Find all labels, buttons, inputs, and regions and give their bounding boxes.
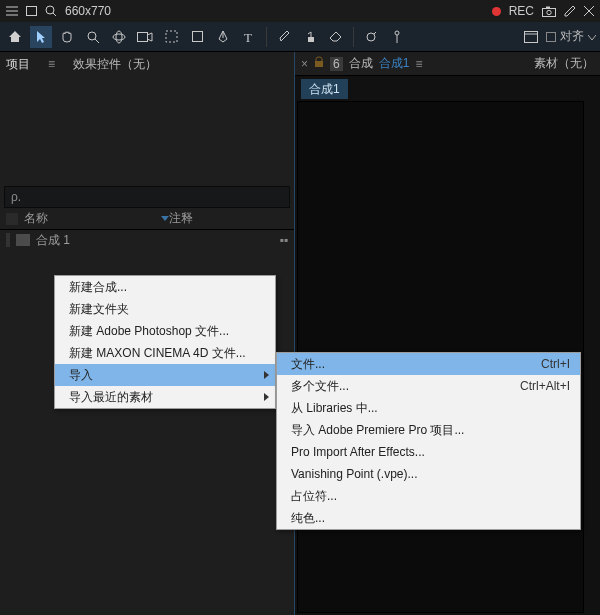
pen-tool-icon[interactable] xyxy=(212,26,234,48)
menu-import-file[interactable]: 文件...Ctrl+I xyxy=(277,353,580,375)
menu-vanishing-point[interactable]: Vanishing Point (.vpe)... xyxy=(277,463,580,485)
chevron-down-icon[interactable] xyxy=(588,30,596,44)
roto-brush-icon[interactable] xyxy=(360,26,382,48)
close-icon[interactable] xyxy=(584,6,594,16)
svg-point-13 xyxy=(113,34,125,40)
svg-point-14 xyxy=(116,31,122,43)
col-notes[interactable]: 注释 xyxy=(169,210,288,227)
svg-rect-16 xyxy=(166,31,177,42)
col-name[interactable]: 名称 xyxy=(24,210,48,227)
hand-tool-icon[interactable] xyxy=(56,26,78,48)
marquee-tool-icon[interactable] xyxy=(160,26,182,48)
svg-rect-17 xyxy=(192,32,202,42)
effect-controls-tab[interactable]: 效果控件（无） xyxy=(73,56,157,73)
puppet-pin-icon[interactable] xyxy=(386,26,408,48)
context-menu: 新建合成... 新建文件夹 新建 Adobe Photoshop 文件... 新… xyxy=(54,275,276,409)
svg-rect-8 xyxy=(546,6,550,8)
shape-tool-icon[interactable] xyxy=(186,26,208,48)
camera-tool-icon[interactable] xyxy=(134,26,156,48)
svg-point-4 xyxy=(46,6,54,14)
svg-rect-6 xyxy=(543,8,556,16)
menu-import-premiere-project[interactable]: 导入 Adobe Premiere Pro 项目... xyxy=(277,419,580,441)
svg-line-5 xyxy=(53,13,56,16)
shortcut-label: Ctrl+I xyxy=(541,353,570,375)
menu-import[interactable]: 导入 xyxy=(55,364,275,386)
row-end-icon: ▪▪ xyxy=(279,233,288,247)
home-icon[interactable] xyxy=(4,26,26,48)
label-color-icon xyxy=(6,233,10,247)
project-item-name: 合成 1 xyxy=(36,232,70,249)
label-swatch-icon[interactable] xyxy=(6,213,18,225)
menu-new-folder[interactable]: 新建文件夹 xyxy=(55,298,275,320)
svg-rect-26 xyxy=(315,61,323,67)
svg-rect-3 xyxy=(27,7,37,16)
menu-placeholder[interactable]: 占位符... xyxy=(277,485,580,507)
menu-new-photoshop-file[interactable]: 新建 Adobe Photoshop 文件... xyxy=(55,320,275,342)
svg-point-22 xyxy=(395,31,399,35)
menu-new-c4d-file[interactable]: 新建 MAXON CINEMA 4D 文件... xyxy=(55,342,275,364)
search-icon[interactable] xyxy=(45,5,57,17)
lock-icon[interactable] xyxy=(314,56,324,71)
align-label: 对齐 xyxy=(560,28,584,45)
record-indicator-icon xyxy=(492,7,501,16)
search-text: 660x770 xyxy=(65,4,111,18)
viewer-menu-icon[interactable]: ≡ xyxy=(415,57,422,71)
svg-rect-20 xyxy=(308,37,314,42)
menu-solid[interactable]: 纯色... xyxy=(277,507,580,529)
comp-item-icon xyxy=(16,234,30,246)
hamburger-icon[interactable] xyxy=(6,6,18,16)
svg-point-21 xyxy=(367,33,375,41)
toolbar: T 对齐 xyxy=(0,22,600,52)
project-search[interactable]: ρ. xyxy=(4,186,290,208)
project-item-row[interactable]: 合成 1 ▪▪ xyxy=(0,230,294,250)
project-columns-header: 名称 注释 xyxy=(0,208,294,230)
viewer-close-icon[interactable]: × xyxy=(301,57,308,71)
material-panel-label[interactable]: 素材（无） xyxy=(534,55,594,72)
menu-import-from-libraries[interactable]: 从 Libraries 中... xyxy=(277,397,580,419)
camera-icon[interactable] xyxy=(542,6,556,17)
orbit-tool-icon[interactable] xyxy=(108,26,130,48)
project-tab[interactable]: 项目 xyxy=(6,56,30,73)
sort-desc-icon[interactable] xyxy=(161,216,169,221)
eraser-tool-icon[interactable] xyxy=(325,26,347,48)
menu-import-multiple-files[interactable]: 多个文件...Ctrl+Alt+I xyxy=(277,375,580,397)
brush-tool-icon[interactable] xyxy=(273,26,295,48)
submenu-arrow-icon xyxy=(264,371,269,379)
selection-tool-icon[interactable] xyxy=(30,26,52,48)
type-tool-icon[interactable]: T xyxy=(238,26,260,48)
clone-stamp-tool-icon[interactable] xyxy=(299,26,321,48)
pencil-icon[interactable] xyxy=(564,5,576,17)
record-label: REC xyxy=(509,4,534,18)
panel-menu-icon[interactable]: ≡ xyxy=(48,57,55,71)
composition-tab[interactable]: 合成1 xyxy=(301,79,348,99)
window-icon[interactable] xyxy=(26,6,37,16)
svg-text:T: T xyxy=(244,31,252,43)
menu-import-recent[interactable]: 导入最近的素材 xyxy=(55,386,275,408)
import-submenu: 文件...Ctrl+I 多个文件...Ctrl+Alt+I 从 Librarie… xyxy=(276,352,581,530)
zoom-tool-icon[interactable] xyxy=(82,26,104,48)
menu-pro-import[interactable]: Pro Import After Effects... xyxy=(277,441,580,463)
expand-icon[interactable] xyxy=(520,26,542,48)
svg-point-7 xyxy=(547,10,551,14)
search-placeholder: ρ. xyxy=(11,190,21,204)
viewer-linked-comp[interactable]: 合成1 xyxy=(379,55,410,72)
viewer-comp-label: 合成 xyxy=(349,55,373,72)
shortcut-label: Ctrl+Alt+I xyxy=(520,375,570,397)
svg-rect-15 xyxy=(138,32,148,41)
menu-new-composition[interactable]: 新建合成... xyxy=(55,276,275,298)
snap-toggle-icon[interactable] xyxy=(546,32,556,42)
svg-line-12 xyxy=(95,39,99,43)
viewer-number: 6 xyxy=(330,57,343,71)
submenu-arrow-icon xyxy=(264,393,269,401)
svg-rect-24 xyxy=(525,31,538,42)
svg-point-11 xyxy=(88,32,96,40)
